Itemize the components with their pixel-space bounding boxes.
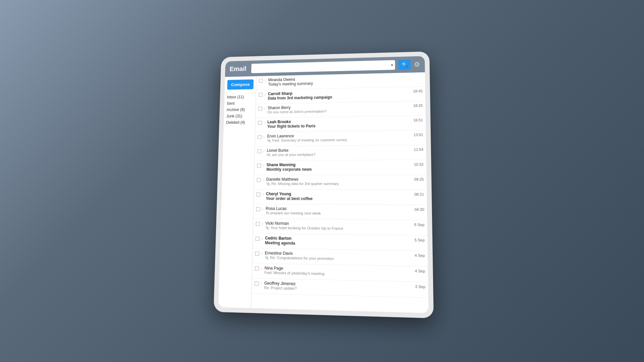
attachment-icon: 📎: [265, 256, 269, 259]
gear-icon: ⚙: [414, 61, 420, 68]
sidebar-item-deleted[interactable]: Deleted (4): [226, 119, 253, 126]
email-checkbox[interactable]: [257, 164, 261, 168]
star-icon[interactable]: ☆: [260, 251, 263, 256]
star-icon[interactable]: ☆: [259, 281, 263, 286]
attachment-icon: 📎: [267, 139, 271, 142]
star-icon[interactable]: ☆: [262, 149, 266, 154]
search-icon: 🔍: [401, 62, 407, 67]
email-checkbox[interactable]: [259, 93, 263, 97]
email-checkbox[interactable]: [256, 222, 260, 226]
email-subject: Monthly corporate news: [266, 167, 424, 172]
star-icon[interactable]: ☆: [262, 163, 265, 168]
compose-button[interactable]: Compose: [227, 79, 254, 90]
email-content: Nina Page 4 Sep Fwd: Minutes of yesterda…: [264, 266, 425, 278]
checkbox-area: ☆: [259, 78, 267, 83]
sender-name: Danielle Matthews: [266, 177, 299, 182]
email-checkbox[interactable]: [256, 207, 260, 211]
tablet-screen: Email ▼ 🔍 ⚙ Compose Inbox (11) Sent: [218, 56, 429, 313]
attachment-icon: 📎: [266, 182, 270, 186]
email-checkbox[interactable]: [255, 251, 259, 255]
email-row[interactable]: ☆ Cedric Barton 5 Sep Meeting agenda: [253, 234, 428, 251]
email-row[interactable]: ☆ Rosa Lucas 04:30 To prepare our meetin…: [253, 204, 427, 220]
search-bar: ▼: [251, 60, 395, 73]
email-content: Ernestine Davis 4 Sep 📎Re: Congratulatio…: [265, 251, 425, 262]
email-time: 11:54: [414, 147, 424, 152]
email-time: 6 Sep: [414, 223, 424, 227]
email-checkbox[interactable]: [255, 266, 259, 270]
email-time: 09:25: [414, 177, 424, 181]
email-row[interactable]: ☆ Leah Brooks 16:51 Your flight tickets …: [255, 116, 426, 132]
tablet-frame: Email ▼ 🔍 ⚙ Compose Inbox (11) Sent: [214, 51, 434, 318]
checkbox-area: ☆: [257, 163, 265, 168]
search-input[interactable]: [251, 63, 389, 71]
email-content: Danielle Matthews 09:25 📎Re: Missing dat…: [266, 177, 424, 186]
checkbox-area: ☆: [257, 177, 265, 182]
settings-button[interactable]: ⚙: [414, 60, 420, 68]
sender-name: Sharon Berry: [268, 105, 290, 110]
checkbox-area: ☆: [255, 265, 263, 271]
email-checkbox[interactable]: [258, 121, 262, 125]
email-row[interactable]: ☆ Danielle Matthews 09:25 📎Re: Missing d…: [254, 175, 427, 190]
email-checkbox[interactable]: [256, 237, 260, 241]
star-icon[interactable]: ☆: [263, 120, 266, 125]
sender-name: Leah Brooks: [267, 119, 291, 124]
email-subject: Your order at best coffee: [266, 196, 424, 201]
email-list: ☆ Miranda Owens Today's meeting summary …: [251, 72, 428, 313]
email-checkbox[interactable]: [258, 135, 262, 139]
star-icon[interactable]: ☆: [263, 106, 266, 111]
star-icon[interactable]: ☆: [262, 135, 266, 139]
attachment-icon: 📎: [265, 226, 269, 230]
email-content: Shane Manning 10:32 Monthly corporate ne…: [266, 162, 424, 172]
email-time: 10:32: [414, 162, 424, 166]
sender-name: Vicki Norman: [265, 221, 289, 226]
sidebar-item-sent[interactable]: Sent: [227, 100, 253, 107]
email-row[interactable]: ☆ Geoffrey Jimenez 3 Sep Re: Project upd…: [252, 279, 428, 298]
email-row[interactable]: ☆ Sharon Berry 18:25 Do you come at John…: [256, 101, 426, 118]
email-row[interactable]: ☆ Ervin Lawrence 13:01 📎Fwd: Summary of …: [255, 130, 426, 146]
search-dropdown-button[interactable]: ▼: [389, 63, 395, 67]
checkbox-area: ☆: [256, 236, 264, 241]
sidebar-item-junk[interactable]: Junk (31): [226, 113, 253, 119]
email-row[interactable]: ☆ Vicki Norman 6 Sep 📎Your hotel booking…: [253, 219, 427, 236]
email-time: 04:30: [415, 207, 424, 212]
sidebar-item-archive[interactable]: Archive (8): [226, 106, 253, 113]
email-checkbox[interactable]: [257, 178, 261, 182]
star-icon[interactable]: ☆: [261, 178, 265, 182]
star-icon[interactable]: ☆: [261, 192, 265, 197]
sender-name: Lionel Burke: [267, 148, 288, 153]
checkbox-area: ☆: [258, 134, 266, 139]
sender-name: Carroll Sharp: [268, 91, 292, 96]
email-checkbox[interactable]: [257, 149, 261, 153]
email-time: 18:45: [413, 89, 422, 93]
email-checkbox[interactable]: [255, 282, 259, 286]
star-icon[interactable]: ☆: [263, 78, 267, 83]
sender-name: Ernestine Davis: [265, 251, 293, 256]
email-row[interactable]: ☆ Lionel Burke 11:54 Hi, are you at your…: [255, 145, 426, 161]
email-time: 13:01: [414, 133, 423, 137]
star-icon[interactable]: ☆: [260, 266, 263, 271]
email-time: 3 Sep: [415, 285, 425, 289]
sidebar-item-inbox[interactable]: Inbox (11): [227, 94, 253, 100]
email-checkbox[interactable]: [259, 79, 263, 83]
star-icon[interactable]: ☆: [261, 207, 264, 212]
search-button[interactable]: 🔍: [398, 60, 411, 70]
sidebar: Compose Inbox (11) Sent Archive (8) Junk…: [218, 76, 257, 308]
star-icon[interactable]: ☆: [263, 93, 267, 97]
star-icon[interactable]: ☆: [260, 236, 264, 241]
email-main: Compose Inbox (11) Sent Archive (8) Junk…: [218, 72, 429, 313]
email-row[interactable]: ☆ Cheryl Young 08:21 Your order at best …: [254, 190, 427, 205]
email-checkbox[interactable]: [257, 192, 261, 196]
email-time: 4 Sep: [415, 253, 425, 258]
email-row[interactable]: ☆ Shane Manning 10:32 Monthly corporate …: [254, 160, 426, 175]
email-checkbox[interactable]: [258, 107, 262, 111]
sender-name: Cheryl Young: [266, 192, 291, 196]
checkbox-area: ☆: [259, 92, 267, 97]
email-content: Sharon Berry 18:25 Do you come at John's…: [268, 103, 423, 114]
email-content: Ervin Lawrence 13:01 📎Fwd: Summary of me…: [267, 132, 423, 142]
email-time: 5 Sep: [415, 238, 425, 242]
star-icon[interactable]: ☆: [260, 222, 264, 226]
checkbox-area: ☆: [258, 106, 266, 111]
email-time: 18:25: [413, 104, 423, 108]
email-content: Lionel Burke 11:54 Hi, are you at your w…: [267, 147, 423, 157]
checkbox-area: ☆: [257, 191, 265, 197]
